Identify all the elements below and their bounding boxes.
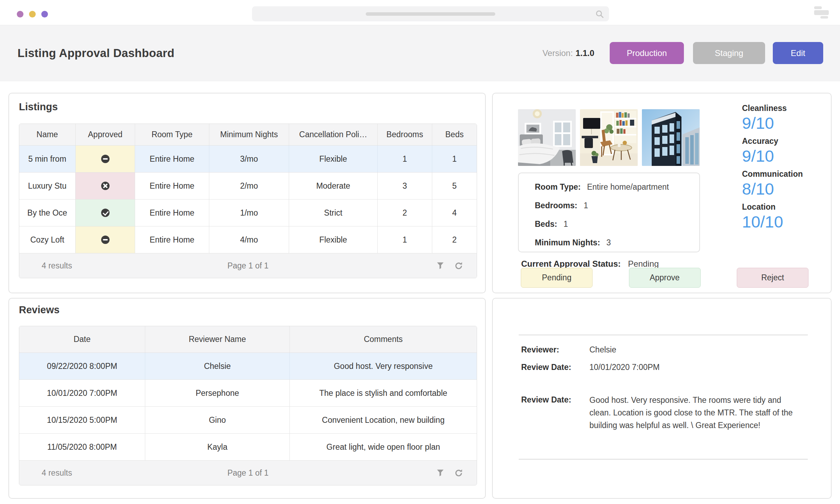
pending-button[interactable]: Pending [521,268,593,288]
approve-button[interactable]: Approve [629,268,701,288]
reviews-title: Reviews [19,304,59,316]
table-row[interactable]: Luxury Stu Entire Home 2/mo Moderate 3 5 [19,173,477,200]
listings-panel: Listings Name Approved Room Type Minimum… [8,93,486,293]
info-bedrooms: Bedrooms: 1 [535,200,689,211]
reject-button[interactable]: Reject [737,268,808,288]
url-placeholder-bar [366,12,495,16]
filter-icon[interactable] [436,261,445,270]
browser-search-bar[interactable] [252,6,609,21]
page-title: Listing Approval Dashboard [18,47,174,60]
cell-cancellation-policy: Flexible [289,146,378,172]
cell-bedrooms: 1 [378,146,432,172]
window-dot-2[interactable] [29,11,36,18]
cell-beds: 2 [432,226,477,253]
table-row[interactable]: 11/05/2020 8:00PM Kayla Great light, wid… [19,434,477,461]
cell-name: Luxury Stu [19,173,76,199]
divider [519,459,808,460]
table-row[interactable]: 10/15/2020 5:00PM Gino Convenient Locati… [19,407,477,434]
cell-cancellation-policy: Moderate [289,173,378,199]
header-actions: Version: 1.1.0 Production Staging Edit [542,42,823,64]
table-row[interactable]: 5 min from Entire Home 3/mo Flexible 1 1 [19,146,477,173]
cell-reviewer: Gino [145,407,290,433]
cell-date: 09/22/2020 8:00PM [19,353,145,379]
cell-name: Cozy Loft [19,226,76,253]
cell-room-type: Entire Home [135,226,209,253]
column-header-beds[interactable]: Beds [432,124,477,145]
reviews-table-footer: 4 results Page 1 of 1 [19,461,477,485]
info-minimum-nights: Minimum Nights: 3 [535,237,689,248]
table-row[interactable]: 10/01/2020 7:00PM Persephone The place i… [19,380,477,407]
table-row[interactable]: Cozy Loft Entire Home 4/mo Flexible 1 2 [19,226,477,253]
pagination-label: Page 1 of 1 [19,261,477,271]
search-icon[interactable] [595,9,604,20]
approval-cell [76,226,135,253]
reviews-table: Date Reviewer Name Comments 09/22/2020 8… [19,326,477,485]
rating-accuracy: Accuracy 9/10 [742,136,826,166]
listing-detail-panel: Cleanliness 9/10 Accuracy 9/10 Communica… [492,93,832,293]
cell-beds: 5 [432,173,477,199]
divider [519,335,808,335]
window-dot-3[interactable] [41,11,48,18]
cell-reviewer: Kayla [145,434,290,460]
listing-photo-bedroom [518,109,576,166]
info-beds: Beds: 1 [535,219,689,229]
approval-cell [76,200,135,226]
column-header-name[interactable]: Name [19,124,76,145]
approval-status-icon [101,182,110,190]
column-header-reviewer-name[interactable]: Reviewer Name [145,326,290,352]
reviews-table-header: Date Reviewer Name Comments [19,326,477,353]
review-reviewer-row: Reviewer: Chelsie [521,344,616,356]
column-header-comments[interactable]: Comments [290,326,477,352]
column-header-bedrooms[interactable]: Bedrooms [378,124,432,145]
review-detail-panel: Reviewer: Chelsie Review Date: 10/01/202… [492,298,832,499]
dashboard-content: Listings Name Approved Room Type Minimum… [0,82,840,504]
cell-beds: 4 [432,200,477,226]
cell-cancellation-policy: Flexible [289,226,378,253]
cell-bedrooms: 3 [378,173,432,199]
filter-icon[interactable] [436,468,445,477]
cell-room-type: Entire Home [135,146,209,172]
approval-status-line: Current Approval Status: Pending [521,259,659,269]
column-header-cancellation-policy[interactable]: Cancellation Poli… [289,124,378,145]
rating-communication: Communication 8/10 [742,169,826,199]
refresh-icon[interactable] [454,468,463,478]
refresh-icon[interactable] [454,261,463,271]
ratings-list: Cleanliness 9/10 Accuracy 9/10 Communica… [742,103,826,235]
cell-comments: The place is stylish and comfortable [290,380,477,406]
listings-table-footer: 4 results Page 1 of 1 [19,253,477,278]
listing-photo-living-room [580,109,638,166]
listing-photo-building [642,109,700,166]
edit-button[interactable]: Edit [773,42,823,64]
cell-minimum-nights: 3/mo [209,146,289,172]
listings-table-header: Name Approved Room Type Minimum Nights C… [19,124,477,146]
window-menu-icon[interactable] [814,6,829,19]
version-label: Version: [542,48,573,58]
cell-comments: Convenient Location, new building [290,407,477,433]
info-room-type: Room Type: Entire home/apartment [535,182,689,192]
cell-reviewer: Persephone [145,380,290,406]
app-window: Listing Approval Dashboard Version: 1.1.… [0,0,840,504]
table-row[interactable]: By the Oce Entire Home 1/mo Strict 2 4 [19,200,477,226]
cell-date: 10/01/2020 7:00PM [19,380,145,406]
approval-status-icon [101,209,110,217]
listing-info-box: Room Type: Entire home/apartment Bedroom… [518,173,700,252]
reviews-panel: Reviews Date Reviewer Name Comments 09/2… [8,298,486,499]
pagination-label: Page 1 of 1 [19,468,477,478]
cell-comments: Great light, wide open floor plan [290,434,477,460]
column-header-approved[interactable]: Approved [76,124,135,145]
cell-name: By the Oce [19,200,76,226]
table-row[interactable]: 09/22/2020 8:00PM Chelsie Good host. Ver… [19,353,477,380]
window-dot-1[interactable] [17,11,23,18]
staging-button[interactable]: Staging [693,42,765,64]
cell-minimum-nights: 4/mo [209,226,289,253]
column-header-room-type[interactable]: Room Type [135,124,209,145]
cell-room-type: Entire Home [135,200,209,226]
column-header-date[interactable]: Date [19,326,145,352]
column-header-minimum-nights[interactable]: Minimum Nights [209,124,289,145]
cell-name: 5 min from [19,146,76,172]
approval-status-icon [101,236,110,244]
approval-status-value: Pending [628,259,659,268]
approval-status-icon [101,155,110,163]
production-button[interactable]: Production [610,42,684,64]
cell-cancellation-policy: Strict [289,200,378,226]
